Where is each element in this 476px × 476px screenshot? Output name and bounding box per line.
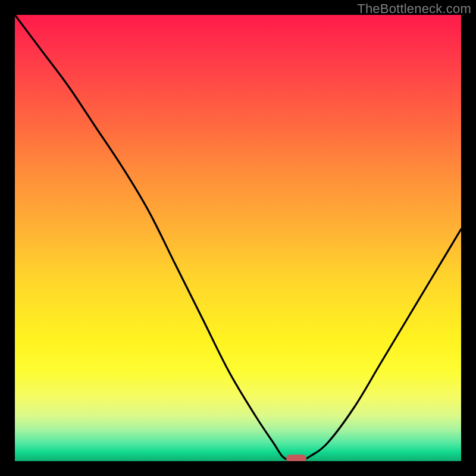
bottleneck-curve	[15, 15, 461, 461]
optimal-marker	[286, 455, 306, 461]
watermark-label: TheBottleneck.com	[357, 1, 471, 17]
chart-frame: TheBottleneck.com	[0, 0, 476, 476]
plot-area	[15, 15, 461, 461]
